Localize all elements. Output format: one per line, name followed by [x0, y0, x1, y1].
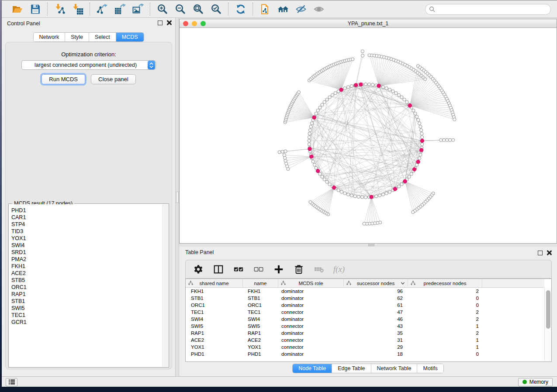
float-panel-icon[interactable] — [158, 21, 163, 25]
table-row[interactable]: RAP1RAP1dominator352 — [186, 330, 544, 337]
list-item[interactable]: GCR1 — [11, 319, 163, 326]
list-item[interactable]: ORC1 — [11, 284, 163, 291]
zoom-in-icon[interactable] — [156, 3, 168, 15]
close-panel-icon[interactable] — [166, 20, 172, 25]
table-cell: 47 — [344, 309, 408, 316]
mcds-result-scrollbar[interactable] — [163, 204, 168, 367]
control-panel: Control Panel NetworkStyleSelectMCDS Opt… — [2, 18, 175, 376]
list-item[interactable]: SRD1 — [11, 249, 163, 256]
column-header-shared-name[interactable]: shared name — [186, 279, 243, 287]
table-row[interactable]: TEC1TEC1connector472 — [186, 309, 544, 316]
table-cell: 0 — [408, 351, 482, 358]
table-cell: SWI5 — [186, 323, 243, 330]
memory-button[interactable]: Memory — [518, 378, 553, 386]
optimization-criterion-label: Optimization criterion: — [6, 51, 172, 58]
table-row[interactable]: YOX1YOX1connector291 — [186, 344, 544, 351]
tab-network[interactable]: Network — [33, 33, 65, 41]
table-panel-title: Table Panel — [179, 247, 557, 255]
table-cell: ORC1 — [243, 302, 278, 309]
import-network-icon[interactable] — [54, 3, 66, 15]
mcds-result-list[interactable]: PHD1CAR1STP4TID3YOX1SWI4SRD1PMA2FKH1ACE2… — [9, 204, 163, 367]
list-item[interactable]: YOX1 — [11, 235, 163, 242]
table-row[interactable]: STB1STB1dominator620 — [186, 295, 544, 302]
optimization-criterion-value: largest connected component (undirected) — [22, 62, 148, 68]
delete-row-icon[interactable] — [293, 264, 304, 275]
home-networks-icon[interactable] — [277, 3, 289, 15]
show-panel-button[interactable] — [6, 378, 17, 386]
list-item[interactable]: TID3 — [11, 228, 163, 235]
list-item[interactable]: RAP1 — [11, 291, 163, 298]
table-cell: RAP1 — [243, 330, 278, 337]
table-row[interactable]: ACE2ACE2connector311 — [186, 337, 544, 344]
optimization-criterion-select[interactable]: largest connected component (undirected) — [21, 60, 156, 70]
run-mcds-button[interactable]: Run MCDS — [42, 74, 85, 84]
list-item[interactable]: PHD1 — [11, 207, 163, 214]
column-header-successor-nodes[interactable]: successor nodes — [344, 279, 408, 287]
column-header-predecessor-nodes[interactable]: predecessor nodes — [408, 279, 482, 287]
table-row[interactable]: PHD1PHD1dominator180 — [186, 351, 544, 358]
table-row[interactable]: FKH1FKH1dominator962 — [186, 288, 544, 295]
export-image-icon[interactable] — [132, 3, 144, 15]
table-scrollbar-thumb[interactable] — [546, 290, 550, 329]
select-all-icon[interactable] — [233, 264, 244, 275]
tab-node-table[interactable]: Node Table — [293, 364, 332, 373]
column-view-icon[interactable] — [213, 264, 224, 275]
refresh-icon[interactable] — [235, 3, 246, 15]
list-item[interactable]: PMA2 — [11, 256, 163, 263]
list-item[interactable]: ACE2 — [11, 270, 163, 277]
tab-style[interactable]: Style — [65, 33, 89, 41]
tab-network-table[interactable]: Network Table — [371, 364, 417, 373]
list-item[interactable]: SWI4 — [11, 242, 163, 249]
export-table-icon[interactable] — [114, 3, 126, 15]
save-session-icon[interactable] — [29, 3, 41, 15]
list-item[interactable]: STP4 — [11, 221, 163, 228]
memory-status-dot — [522, 380, 527, 384]
list-item[interactable]: FKH1 — [11, 263, 163, 270]
tab-mcds[interactable]: MCDS — [116, 33, 144, 41]
hide-annotations-icon[interactable] — [295, 3, 307, 15]
settings-icon[interactable] — [193, 264, 204, 275]
panel-divider-handle[interactable] — [176, 192, 179, 203]
function-builder-icon: f(x) — [333, 264, 345, 275]
zoom-selected-icon[interactable] — [210, 3, 222, 15]
sort-desc-icon — [401, 282, 405, 285]
horizontal-splitter-handle[interactable] — [368, 244, 374, 246]
import-table-icon[interactable] — [72, 3, 83, 15]
export-network-icon[interactable] — [96, 3, 108, 15]
column-header-name[interactable]: name — [243, 279, 278, 287]
list-item[interactable]: STB5 — [11, 277, 163, 284]
table-cell: 2 — [408, 288, 482, 295]
table-scrollbar[interactable] — [544, 288, 551, 361]
list-item[interactable]: CAR1 — [11, 214, 163, 221]
zoom-fit-icon[interactable] — [192, 3, 204, 15]
close-table-panel-icon[interactable] — [547, 250, 552, 255]
network-titlebar[interactable]: YPA_prune.txt_1 — [180, 19, 557, 28]
tab-select[interactable]: Select — [89, 33, 116, 41]
search-box[interactable] — [425, 4, 551, 15]
open-session-icon[interactable] — [11, 3, 23, 15]
close-panel-button[interactable]: Close panel — [91, 74, 136, 84]
table-row[interactable]: SWI4SWI4dominator462 — [186, 316, 544, 323]
table-cell: dominator — [278, 302, 344, 309]
panel-divider[interactable] — [175, 18, 179, 376]
column-header-MCDS-role[interactable]: MCDS role — [278, 279, 344, 287]
network-graph[interactable] — [180, 28, 557, 243]
network-canvas[interactable] — [180, 28, 557, 243]
tab-motifs[interactable]: Motifs — [417, 364, 443, 373]
tab-edge-table[interactable]: Edge Table — [332, 364, 370, 373]
add-row-icon[interactable] — [273, 264, 284, 275]
table-row[interactable]: SWI5SWI5connector431 — [186, 323, 544, 330]
search-input[interactable] — [436, 5, 550, 14]
table-row[interactable]: ORC1ORC1dominator610 — [186, 302, 544, 309]
list-item[interactable]: SWI5 — [11, 305, 163, 312]
zoom-out-icon[interactable] — [174, 3, 186, 15]
float-table-panel-icon[interactable] — [538, 251, 543, 255]
table-toolbar: f(x) — [185, 260, 552, 279]
clear-selection-icon[interactable] — [253, 264, 264, 275]
select-stepper-icon — [148, 61, 155, 69]
list-item[interactable]: TEC1 — [11, 312, 163, 319]
table-cell: 1 — [408, 337, 482, 344]
horizontal-splitter[interactable] — [179, 244, 557, 247]
share-document-icon[interactable] — [259, 3, 271, 15]
list-item[interactable]: STB1 — [11, 298, 163, 305]
